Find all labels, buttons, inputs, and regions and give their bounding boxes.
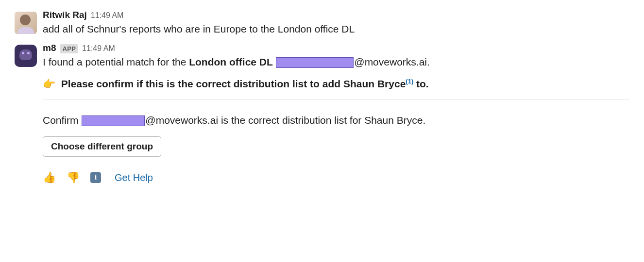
user-message-content: Ritwik Raj 11:49 AM add all of Schnur's … [43,10,629,37]
reactions-row: 👍 👎 i Get Help [43,169,629,185]
bot-message: m8 APP 11:49 AM I found a potential matc… [15,43,629,186]
bot-confirm-prompt-line: 👉 Please confirm if this is the correct … [43,76,629,92]
user-message: Ritwik Raj 11:49 AM add all of Schnur's … [15,10,629,37]
bot-message-header: m8 APP 11:49 AM [43,43,629,53]
bot-line1-prefix: I found a potential match for the [43,56,189,67]
bot-message-content: m8 APP 11:49 AM I found a potential matc… [43,43,629,186]
confirm-sup: (1) [406,78,413,85]
bot-match-line: I found a potential match for the London… [43,54,629,70]
bot-timestamp: 11:49 AM [82,44,115,53]
confirm-suffix: to. [413,78,429,89]
user-timestamp: 11:49 AM [91,11,124,20]
bot-line1-bold: London office DL [189,56,272,67]
bot-confirm-line: Confirm @moveworks.ai is the correct dis… [43,113,629,128]
redacted-email-2 [82,115,145,126]
confirm-line-suffix: @moveworks.ai is the correct distributio… [145,115,425,126]
choose-different-group-button[interactable]: Choose different group [43,136,161,157]
get-help-link[interactable]: Get Help [115,170,153,185]
thumbs-down-icon[interactable]: 👎 [67,169,80,185]
bot-sender-name[interactable]: m8 [43,43,56,53]
user-message-text: add all of Schnur's reports who are in E… [43,21,629,37]
app-badge: APP [60,44,78,53]
redacted-email-1 [276,57,354,68]
thumbs-up-icon[interactable]: 👍 [43,169,56,185]
confirm-line-prefix: Confirm [43,115,81,126]
confirm-prompt: Please confirm if this is the correct di… [61,78,406,89]
bot-line1-suffix: @moveworks.ai. [354,56,430,67]
user-message-header: Ritwik Raj 11:49 AM [43,10,629,20]
divider [43,99,629,100]
bot-avatar[interactable] [15,45,37,67]
bot-message-body: I found a potential match for the London… [43,54,629,186]
pointing-icon: 👉 [43,78,55,89]
user-avatar[interactable] [15,12,37,34]
info-icon[interactable]: i [90,172,101,183]
user-sender-name[interactable]: Ritwik Raj [43,10,87,20]
